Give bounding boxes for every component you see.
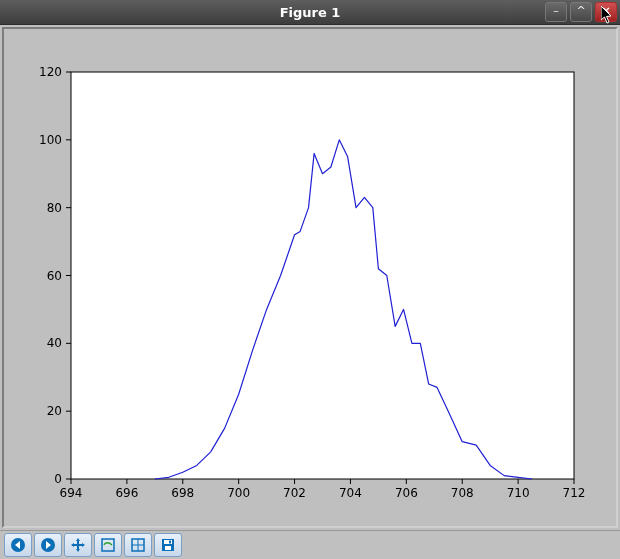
y-tick: 0 xyxy=(54,472,71,486)
x-tick-label: 706 xyxy=(395,486,418,500)
svg-rect-28 xyxy=(169,541,171,544)
svg-rect-20 xyxy=(73,544,83,546)
y-tick-label: 120 xyxy=(39,65,62,79)
x-tick: 710 xyxy=(507,479,530,500)
x-tick: 694 xyxy=(60,479,83,500)
y-tick: 60 xyxy=(47,268,71,282)
x-tick-label: 696 xyxy=(115,486,138,500)
x-tick: 708 xyxy=(451,479,474,500)
y-tick-label: 60 xyxy=(47,268,62,282)
y-tick-label: 40 xyxy=(47,336,62,350)
nav-toolbar xyxy=(0,530,620,559)
move-icon xyxy=(70,537,86,553)
nav-zoom-button[interactable] xyxy=(94,533,122,557)
y-tick: 40 xyxy=(47,336,71,350)
close-icon: × xyxy=(601,4,610,17)
arrow-right-icon xyxy=(40,537,56,553)
maximize-icon: ^ xyxy=(576,4,585,17)
x-tick-label: 710 xyxy=(507,486,530,500)
close-button[interactable]: × xyxy=(595,2,617,22)
x-tick: 706 xyxy=(395,479,418,500)
nav-save-button[interactable] xyxy=(154,533,182,557)
floppy-icon xyxy=(160,537,176,553)
x-tick: 700 xyxy=(227,479,250,500)
window-title: Figure 1 xyxy=(0,5,620,20)
y-tick-label: 100 xyxy=(39,132,62,146)
x-tick-label: 694 xyxy=(60,486,83,500)
minimize-icon: – xyxy=(553,4,559,17)
nav-subplots-button[interactable] xyxy=(124,533,152,557)
x-tick: 698 xyxy=(171,479,194,500)
plot-area: 6946966987007027047067087107120204060801… xyxy=(2,27,618,528)
zoom-icon xyxy=(100,537,116,553)
y-tick: 120 xyxy=(39,65,71,79)
x-tick-label: 708 xyxy=(451,486,474,500)
svg-rect-27 xyxy=(165,546,171,550)
y-tick-label: 20 xyxy=(47,404,62,418)
y-tick-label: 80 xyxy=(47,200,62,214)
maximize-button[interactable]: ^ xyxy=(570,2,592,22)
window-buttons: – ^ × xyxy=(545,2,617,22)
x-tick: 712 xyxy=(563,479,586,500)
x-tick-label: 700 xyxy=(227,486,250,500)
minimize-button[interactable]: – xyxy=(545,2,567,22)
axes-box xyxy=(71,72,574,479)
x-tick-label: 702 xyxy=(283,486,306,500)
x-tick-label: 698 xyxy=(171,486,194,500)
nav-back-button[interactable] xyxy=(4,533,32,557)
figure-window: Figure 1 – ^ × 6946966987007027047067087… xyxy=(0,0,620,559)
x-tick-label: 704 xyxy=(339,486,362,500)
nav-pan-button[interactable] xyxy=(64,533,92,557)
svg-rect-21 xyxy=(102,539,114,551)
y-tick: 100 xyxy=(39,132,71,146)
x-tick: 702 xyxy=(283,479,306,500)
nav-forward-button[interactable] xyxy=(34,533,62,557)
y-tick: 80 xyxy=(47,200,71,214)
y-tick: 20 xyxy=(47,404,71,418)
subplots-icon xyxy=(130,537,146,553)
x-tick: 704 xyxy=(339,479,362,500)
arrow-left-icon xyxy=(10,537,26,553)
y-tick-label: 0 xyxy=(54,472,62,486)
titlebar: Figure 1 – ^ × xyxy=(0,0,620,25)
x-tick: 696 xyxy=(115,479,138,500)
plot-canvas: 6946966987007027047067087107120204060801… xyxy=(6,32,614,524)
x-tick-label: 712 xyxy=(563,486,586,500)
